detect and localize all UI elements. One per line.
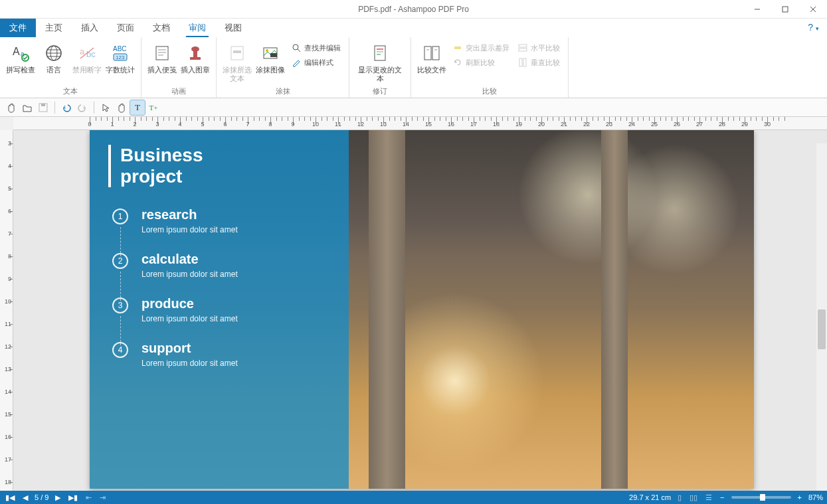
select-tool-button[interactable] <box>98 100 113 115</box>
language-button[interactable]: 语言 <box>37 40 70 77</box>
page-title: Businessproject <box>108 145 330 187</box>
stamp-icon <box>185 42 206 64</box>
svg-point-30 <box>293 44 298 50</box>
step-heading: produce <box>141 296 330 311</box>
svg-rect-32 <box>375 46 385 60</box>
view-single-button[interactable]: ▯ <box>676 493 683 502</box>
step-number-circle: 1 <box>112 209 128 224</box>
zoom-in-button[interactable]: + <box>796 493 803 501</box>
help-icon[interactable]: ? ▾ <box>808 22 819 33</box>
ribbon-group-redact: 涂抹所选文本 涂抹图像 查找并编辑 编辑样式 涂抹 <box>217 37 349 98</box>
ribbon-group-anim: 插入便笺 插入图章 动画 <box>141 37 217 98</box>
zoom-knob[interactable] <box>760 494 765 501</box>
next-page-button[interactable]: ▶ <box>54 493 62 502</box>
svg-rect-22 <box>190 57 201 60</box>
hyphenation-button[interactable]: abc 禁用断字 <box>70 40 104 77</box>
compare-files-button[interactable]: 比较文件 <box>415 40 448 77</box>
step-heading: support <box>141 341 330 356</box>
insert-stamp-button[interactable]: 插入图章 <box>179 40 212 77</box>
zoom-slider[interactable] <box>731 496 791 499</box>
step-connector <box>120 316 121 345</box>
quick-access-toolbar: T T+ <box>0 98 827 117</box>
undo-button[interactable] <box>59 100 74 115</box>
scrollbar-thumb[interactable] <box>818 309 826 349</box>
save-button[interactable] <box>36 100 50 115</box>
nav-back-button[interactable]: ⇤ <box>84 493 93 502</box>
window-title: PDFs.pdf - Ashampoo PDF Pro <box>0 5 827 14</box>
step-item: 4supportLorem ipsum dolor sit amet <box>141 341 330 368</box>
content-overlay: Businessproject 1researchLorem ipsum dol… <box>90 130 349 489</box>
step-desc: Lorem ipsum dolor sit amet <box>141 359 330 368</box>
svg-point-28 <box>266 49 268 52</box>
horizontal-ruler: 0123456789101112131415161718192021222324… <box>13 117 827 130</box>
wordcount-icon: ABC123 <box>110 42 131 64</box>
first-page-button[interactable]: ▮◀ <box>4 493 16 502</box>
step-desc: Lorem ipsum dolor sit amet <box>141 314 330 323</box>
page-dimensions: 29.7 x 21 cm <box>629 493 671 501</box>
ribbon-group-compare: 比较文件 突出显示差异 刷新比较 水平比较 垂直比 <box>411 37 569 98</box>
status-bar: ▮◀ ◀ 5 / 9 ▶ ▶▮ ⇤ ⇥ 29.7 x 21 cm ▯ ▯▯ ☰ … <box>0 491 827 504</box>
nav-forward-button[interactable]: ⇥ <box>98 493 107 502</box>
ribbon-group-text: Aa 拼写检查 语言 abc 禁用断字 ABC123 字数统计 文本 <box>0 37 141 98</box>
spellcheck-icon: Aa <box>10 42 31 64</box>
highlight-diff-button[interactable]: 突出显示差异 <box>450 41 512 54</box>
page-indicator: 5 / 9 <box>35 493 48 501</box>
last-page-button[interactable]: ▶▮ <box>67 493 79 502</box>
zoom-out-button[interactable]: − <box>719 493 725 501</box>
redact-selection-button[interactable]: 涂抹所选文本 <box>221 40 254 86</box>
svg-rect-46 <box>41 104 45 106</box>
refresh-compare-button[interactable]: 刷新比较 <box>450 56 512 69</box>
compare-icon <box>421 42 442 64</box>
svg-rect-40 <box>454 46 461 49</box>
open-button[interactable] <box>20 100 35 115</box>
tab-home[interactable]: 主页 <box>36 19 72 37</box>
vertical-ruler: 3456789101112131415161718 <box>0 130 13 491</box>
text-tool-button[interactable]: T <box>130 100 145 115</box>
add-text-button[interactable]: T+ <box>146 100 161 115</box>
wordcount-button[interactable]: ABC123 字数统计 <box>104 40 137 77</box>
hand-tool-button[interactable] <box>4 100 19 115</box>
vertical-compare-button[interactable]: 垂直比较 <box>515 56 563 69</box>
svg-rect-18 <box>156 46 168 60</box>
pan-tool-button[interactable] <box>114 100 129 115</box>
file-menu-button[interactable]: 文件 <box>0 19 36 37</box>
horizontal-compare-button[interactable]: 水平比较 <box>515 41 563 54</box>
document-canvas[interactable]: Businessproject 1researchLorem ipsum dol… <box>13 130 827 491</box>
svg-rect-41 <box>519 44 527 47</box>
step-number-circle: 2 <box>112 253 128 269</box>
view-facing-button[interactable]: ▯▯ <box>688 493 699 502</box>
tab-insert[interactable]: 插入 <box>72 19 108 37</box>
step-item: 2calculateLorem ipsum dolor sit amet <box>141 252 330 279</box>
svg-line-31 <box>298 49 300 52</box>
step-number-circle: 4 <box>112 342 128 358</box>
vertical-icon <box>517 57 528 68</box>
tab-document[interactable]: 文档 <box>143 19 179 37</box>
redo-button[interactable] <box>75 100 90 115</box>
minimize-button[interactable] <box>743 0 771 19</box>
view-continuous-button[interactable]: ☰ <box>704 493 713 502</box>
spellcheck-button[interactable]: Aa 拼写检查 <box>4 40 37 77</box>
svg-text:ABC: ABC <box>113 45 127 52</box>
close-button[interactable] <box>799 0 827 19</box>
tab-page[interactable]: 页面 <box>108 19 143 37</box>
svg-text:bc: bc <box>86 49 96 59</box>
maximize-button[interactable] <box>771 0 799 19</box>
pdf-page[interactable]: Businessproject 1researchLorem ipsum dol… <box>90 130 754 489</box>
vertical-scrollbar[interactable] <box>816 143 827 491</box>
redact-image-button[interactable]: 涂抹图像 <box>254 40 287 77</box>
ribbon-group-revision: 显示更改的文本 修订 <box>349 37 411 98</box>
menu-bar: 文件 主页 插入 页面 文档 审阅 视图 ? ▾ <box>0 19 827 37</box>
svg-rect-43 <box>519 58 522 66</box>
find-and-edit-button[interactable]: 查找并编辑 <box>288 41 343 54</box>
step-desc: Lorem ipsum dolor sit amet <box>141 270 330 279</box>
prev-page-button[interactable]: ◀ <box>21 493 29 502</box>
show-changes-button[interactable]: 显示更改的文本 <box>353 40 407 86</box>
tab-review[interactable]: 审阅 <box>179 19 215 37</box>
svg-text:123: 123 <box>116 54 125 60</box>
tab-view[interactable]: 视图 <box>215 19 251 37</box>
step-item: 3produceLorem ipsum dolor sit amet <box>141 296 330 323</box>
workspace: 0123456789101112131415161718192021222324… <box>0 117 827 491</box>
edit-style-button[interactable]: 编辑样式 <box>288 56 343 69</box>
insert-note-button[interactable]: 插入便笺 <box>145 40 179 77</box>
step-heading: research <box>141 207 330 222</box>
